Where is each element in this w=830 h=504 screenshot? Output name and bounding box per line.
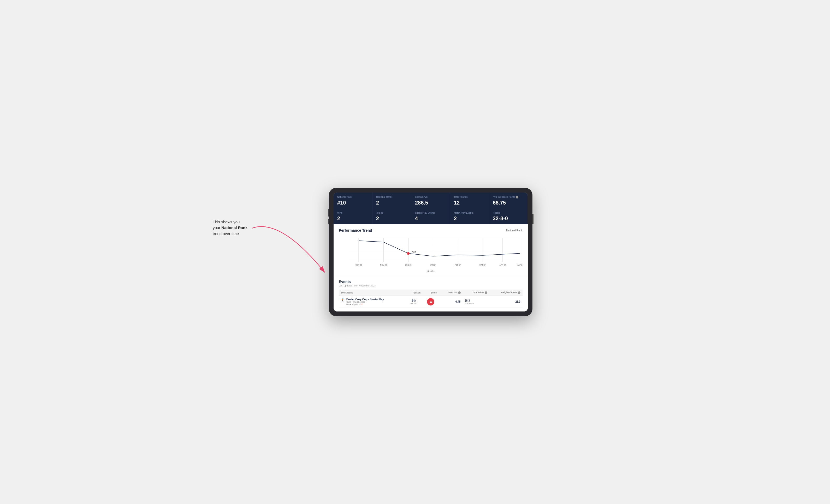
month-label-dec23: DEC 23 bbox=[405, 264, 412, 266]
table-header-row: Event Name Position Score Event SG i bbox=[339, 290, 522, 296]
weighted-points-value: 28.3 bbox=[491, 300, 520, 303]
col-position: Position bbox=[406, 290, 422, 296]
stat-avg-weighted: Avg. Weighted Points i 68.75 bbox=[489, 193, 528, 208]
col-event-name: Event Name bbox=[339, 290, 406, 296]
stat-record: Record 32-8-0 bbox=[489, 208, 528, 224]
event-total-points-cell: 28.3 3 Rounds bbox=[463, 296, 489, 308]
rank-label: #10 bbox=[412, 250, 416, 253]
stat-avg-weighted-label: Avg. Weighted Points i bbox=[493, 196, 524, 199]
events-last-updated: Last updated: 24th November 2023 bbox=[339, 284, 522, 287]
stat-stroke-play-value: 4 bbox=[415, 215, 446, 222]
annotation-arrow bbox=[249, 212, 333, 285]
performance-chart: #10 OCT 23 NOV 23 DEC 23 JAN 24 FEB 24 M… bbox=[339, 235, 522, 269]
annotation-line3: trend over time bbox=[213, 231, 239, 236]
stat-total-rounds-label: Total Rounds bbox=[454, 196, 485, 199]
tablet-button-power bbox=[533, 214, 534, 224]
month-label-feb24: FEB 24 bbox=[455, 264, 461, 266]
stat-stroke-play-label: Stroke Play Events bbox=[415, 211, 446, 215]
stat-total-rounds-value: 12 bbox=[454, 200, 485, 206]
annotation-line2-bold: National Rank bbox=[221, 225, 248, 230]
stat-scoring-avg-label: Scoring Avg. bbox=[415, 196, 446, 199]
page-wrapper: This shows you your National Rank trend … bbox=[208, 172, 622, 332]
annotation: This shows you your National Rank trend … bbox=[213, 219, 248, 237]
event-sg-info-icon: i bbox=[458, 292, 461, 294]
tablet-frame: National Rank #10 Regional Rank 2 Scorin… bbox=[329, 188, 533, 316]
month-label-nov23: NOV 23 bbox=[380, 264, 387, 266]
event-position: 6th bbox=[408, 299, 420, 302]
stats-row-2: Wins 2 Top 3s 2 Stroke Play Events 4 Mat… bbox=[333, 208, 528, 224]
total-points-sub: 3 Rounds bbox=[465, 302, 487, 304]
event-icon: 🏌 bbox=[341, 298, 345, 302]
event-position-sub: out of 7 bbox=[408, 302, 420, 304]
stat-match-play-label: Match Play Events bbox=[454, 211, 485, 215]
stat-national-rank-label: National Rank bbox=[337, 196, 369, 199]
event-score-cell: -22 bbox=[422, 296, 439, 308]
performance-header: Performance Trend National Rank bbox=[339, 228, 522, 232]
chart-svg: #10 OCT 23 NOV 23 DEC 23 JAN 24 FEB 24 M… bbox=[339, 235, 522, 269]
performance-section: Performance Trend National Rank bbox=[333, 224, 528, 276]
stat-top3s: Top 3s 2 bbox=[373, 208, 411, 224]
events-section: Events Last updated: 24th November 2023 … bbox=[333, 276, 528, 311]
tablet-button-vol-up bbox=[328, 209, 329, 216]
weighted-points-info-icon: i bbox=[518, 292, 520, 294]
event-sg-value: 0.45 bbox=[441, 300, 460, 303]
performance-subtitle: National Rank bbox=[506, 229, 522, 232]
performance-title: Performance Trend bbox=[339, 228, 372, 232]
stat-scoring-avg: Scoring Avg. 286.5 bbox=[411, 193, 450, 208]
annotation-line2-prefix: your bbox=[213, 225, 221, 230]
stat-match-play-value: 2 bbox=[454, 215, 485, 222]
stat-total-rounds: Total Rounds 12 bbox=[450, 193, 489, 208]
score-badge: -22 bbox=[427, 298, 434, 305]
stat-avg-weighted-value: 68.75 bbox=[493, 200, 524, 206]
col-score: Score bbox=[422, 290, 439, 296]
event-date: Oct 9 - Oct 10, 2023 bbox=[346, 301, 384, 303]
rank-impact: Rank Impact: 3 ▼ bbox=[346, 303, 384, 305]
col-event-sg: Event SG i bbox=[439, 290, 462, 296]
month-label-jan24: JAN 24 bbox=[430, 264, 437, 266]
chart-x-axis-label: Months bbox=[339, 270, 522, 273]
tablet-screen: National Rank #10 Regional Rank 2 Scorin… bbox=[333, 193, 528, 311]
stat-record-label: Record bbox=[493, 211, 524, 215]
stat-national-rank-value: #10 bbox=[337, 200, 369, 206]
table-row: 🏌 Buster Cozy Cup - Stroke Play Oct 9 - … bbox=[339, 296, 522, 308]
stat-wins: Wins 2 bbox=[333, 208, 372, 224]
annotation-line1: This shows you bbox=[213, 220, 240, 224]
rank-impact-arrow: ▼ bbox=[361, 303, 363, 305]
stat-match-play: Match Play Events 2 bbox=[450, 208, 489, 224]
total-points-value: 28.3 bbox=[465, 299, 487, 302]
rank-dot bbox=[407, 252, 410, 255]
event-position-cell: 6th out of 7 bbox=[406, 296, 422, 308]
stat-regional-rank-label: Regional Rank bbox=[376, 196, 408, 199]
stat-national-rank: National Rank #10 bbox=[333, 193, 372, 208]
month-label-mar24: MAR 24 bbox=[479, 264, 486, 266]
event-sg-cell: 0.45 bbox=[439, 296, 462, 308]
tablet-button-vol-down bbox=[328, 219, 329, 224]
stat-wins-value: 2 bbox=[337, 215, 369, 222]
avg-weighted-info-icon: i bbox=[516, 196, 518, 199]
col-weighted-points: Weighted Points i bbox=[489, 290, 522, 296]
month-label-oct23: OCT 23 bbox=[355, 264, 362, 266]
total-points-info-icon: i bbox=[485, 292, 487, 294]
stat-top3s-label: Top 3s bbox=[376, 211, 408, 215]
stat-wins-label: Wins bbox=[337, 211, 369, 215]
stats-row-1: National Rank #10 Regional Rank 2 Scorin… bbox=[333, 193, 528, 208]
stat-scoring-avg-value: 286.5 bbox=[415, 200, 446, 206]
month-label-may24: MAY 24 bbox=[517, 264, 522, 266]
col-total-points: Total Points i bbox=[463, 290, 489, 296]
events-table: Event Name Position Score Event SG i bbox=[339, 290, 522, 308]
stat-stroke-play: Stroke Play Events 4 bbox=[411, 208, 450, 224]
event-name: Buster Cozy Cup - Stroke Play bbox=[346, 298, 384, 301]
stat-top3s-value: 2 bbox=[376, 215, 408, 222]
stat-regional-rank: Regional Rank 2 bbox=[373, 193, 411, 208]
stat-regional-rank-value: 2 bbox=[376, 200, 408, 206]
event-weighted-cell: 28.3 bbox=[489, 296, 522, 308]
events-title: Events bbox=[339, 280, 522, 284]
event-name-cell: 🏌 Buster Cozy Cup - Stroke Play Oct 9 - … bbox=[339, 296, 406, 308]
stat-record-value: 32-8-0 bbox=[493, 215, 524, 222]
month-label-apr24: APR 24 bbox=[500, 264, 506, 266]
